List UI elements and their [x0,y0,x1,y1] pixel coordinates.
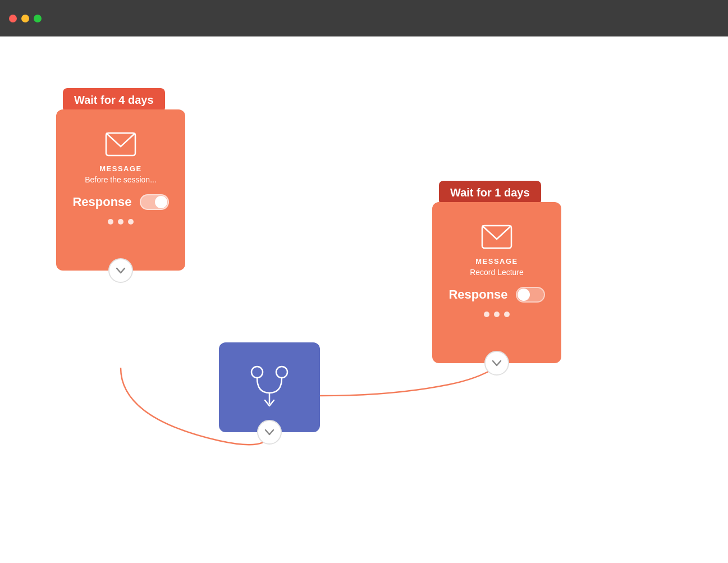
right-wait-badge: Wait for 1 days [439,181,541,205]
left-response-row: Response [67,194,174,210]
left-type-label: MESSAGE [99,164,142,173]
right-toggle-knob [518,289,530,301]
split-chevron-icon [264,429,274,436]
left-response-toggle[interactable] [140,194,169,210]
right-response-toggle[interactable] [516,287,545,303]
right-message-card: MESSAGE Record Lecture Response [432,202,561,363]
left-dots-row [108,219,134,225]
canvas: Wait for 4 days MESSAGE Before the sessi… [0,36,728,563]
left-response-label: Response [72,195,131,209]
left-card-wrapper: Wait for 4 days MESSAGE Before the sessi… [56,109,185,271]
left-envelope-icon [105,132,136,157]
split-card [219,342,320,432]
right-envelope-icon [481,225,512,249]
left-card-body: MESSAGE Before the session... Response [56,109,185,237]
left-chevron-button[interactable] [108,258,133,283]
left-toggle-knob [155,196,167,208]
left-chevron-icon [116,267,126,274]
titlebar [0,0,728,36]
right-sublabel: Record Lecture [470,268,524,277]
right-dot-2 [494,312,500,317]
left-wait-badge: Wait for 4 days [63,88,165,112]
svg-point-1 [251,367,263,378]
right-chevron-icon [492,360,502,367]
right-dot-3 [504,312,510,317]
right-dot-1 [484,312,489,317]
right-response-row: Response [443,287,550,303]
left-dot-2 [118,219,123,225]
right-type-label: MESSAGE [475,257,518,266]
left-message-card: MESSAGE Before the session... Response [56,109,185,271]
right-chevron-button[interactable] [484,351,509,376]
right-response-label: Response [448,287,507,302]
split-chevron-button[interactable] [257,420,282,445]
left-dot-3 [128,219,134,225]
right-card-wrapper: Wait for 1 days MESSAGE Record Lecture R… [432,202,561,363]
left-dot-1 [108,219,113,225]
minimize-button[interactable] [21,15,29,22]
right-dots-row [484,312,510,317]
maximize-button[interactable] [34,15,42,22]
left-sublabel: Before the session... [85,175,157,184]
right-card-body: MESSAGE Record Lecture Response [432,202,561,329]
split-icon [241,362,297,413]
svg-point-2 [276,367,287,378]
close-button[interactable] [9,15,17,22]
